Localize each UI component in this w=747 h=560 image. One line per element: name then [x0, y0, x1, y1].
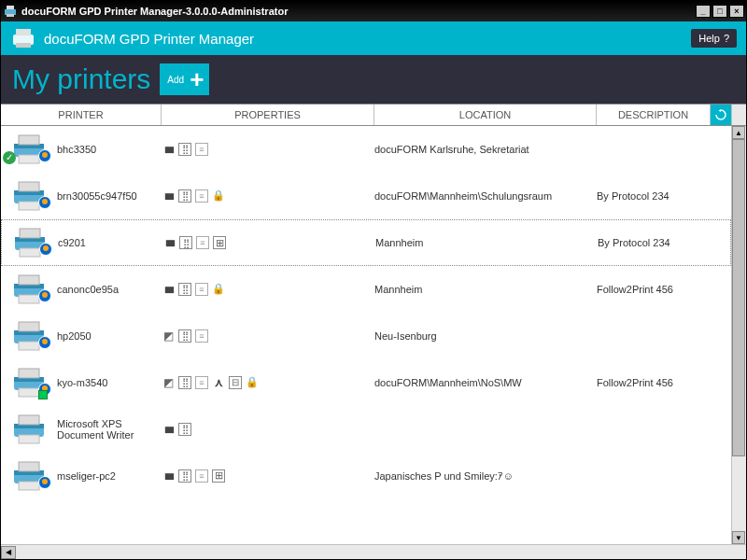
printer-row[interactable]: Microsoft XPS Document Writer [1, 406, 731, 453]
printer-name: Microsoft XPS Document Writer [57, 418, 162, 441]
printer-name: c9201 [58, 237, 162, 248]
description-cell: Follow2Print 456 [597, 377, 731, 388]
svg-rect-20 [19, 275, 39, 285]
description-cell: By Protocol 234 [597, 190, 731, 202]
svg-rect-9 [19, 155, 39, 163]
doc-icon [195, 283, 208, 296]
location-cell: docuFORM Karlsruhe, Sekretariat [374, 144, 597, 155]
status-badge [38, 289, 51, 302]
properties-cell [162, 423, 374, 436]
location-cell: Japanisches P und Smiley:ｱ☺ [374, 470, 597, 482]
green-badge [38, 390, 48, 399]
doc-icon [195, 376, 208, 389]
printer-icon [1, 459, 57, 493]
svg-rect-16 [20, 229, 40, 238]
panel-icon [178, 283, 191, 296]
col-printer[interactable]: PRINTER [1, 105, 162, 125]
col-description[interactable]: DESCRIPTION [597, 105, 711, 125]
scroll-up-button[interactable]: ▲ [732, 126, 745, 139]
scroll-thumb[interactable] [732, 139, 745, 456]
list-area: ✓bhc3350docuFORM Karlsruhe, Sekretariatb… [1, 126, 746, 559]
printer-row[interactable]: hp2050Neu-Isenburg [1, 313, 731, 359]
app-window: docuFORM GPD Printer Manager-3.0.0.0-Adm… [0, 0, 747, 560]
add-label: Add [167, 75, 184, 85]
help-button[interactable]: Help ? [691, 29, 737, 48]
printer-icon [1, 366, 57, 399]
location-cell: docuFORM\Mannheim\NoS\MW [374, 377, 597, 388]
refresh-button[interactable] [711, 105, 731, 125]
panel-icon [178, 469, 191, 483]
tri-icon [162, 329, 175, 343]
status-badge [38, 336, 51, 349]
subheader: My printers Add + [1, 55, 746, 104]
svg-rect-32 [19, 415, 39, 425]
printer-icon [1, 179, 57, 213]
properties-cell [162, 189, 374, 203]
help-label: Help [698, 33, 720, 44]
printer-icon [1, 319, 57, 353]
lock-icon [212, 189, 225, 203]
svg-rect-28 [19, 369, 39, 378]
app-header: docuFORM GPD Printer Manager Help ? [1, 21, 746, 55]
svg-rect-8 [19, 135, 39, 145]
horizontal-scrollbar[interactable]: ◀ [1, 544, 746, 559]
doc-icon [195, 469, 208, 483]
panel-icon [178, 143, 191, 156]
help-icon: ? [724, 33, 729, 44]
scroll-down-button[interactable]: ▼ [732, 531, 745, 544]
lock-icon [212, 283, 225, 296]
printer-row[interactable]: brn30055c947f50docuFORM\Mannheim\Schulun… [1, 173, 731, 219]
svg-rect-24 [19, 322, 39, 331]
printer-row[interactable]: c9201MannheimBy Protocol 234 [1, 219, 731, 266]
panel-icon [178, 376, 191, 389]
svg-rect-37 [19, 482, 39, 490]
svg-rect-17 [20, 248, 40, 257]
printer-row[interactable]: canonc0e95aMannheimFollow2Print 456 [1, 266, 731, 313]
properties-cell [162, 469, 374, 483]
panel-icon [178, 329, 191, 343]
svg-rect-29 [19, 388, 39, 397]
person-icon [212, 376, 225, 389]
printer-row[interactable]: ✓bhc3350docuFORM Karlsruhe, Sekretariat [1, 126, 731, 173]
printer-row[interactable]: mseliger-pc2Japanisches P und Smiley:ｱ☺ [1, 453, 731, 499]
panel-icon [179, 236, 192, 249]
printer-icon [2, 226, 58, 259]
description-cell: Follow2Print 456 [597, 284, 731, 295]
doc-icon [195, 329, 208, 343]
close-button[interactable]: × [729, 5, 744, 18]
printer-icon [1, 413, 57, 446]
minimize-button[interactable]: _ [696, 5, 711, 18]
panel-icon [178, 423, 191, 436]
printer-row[interactable]: kyo-m3540docuFORM\Mannheim\NoS\MWFollow2… [1, 359, 731, 406]
bars-icon [162, 469, 175, 483]
printer-list: ✓bhc3350docuFORM Karlsruhe, Sekretariatb… [1, 126, 731, 544]
printer-name: mseliger-pc2 [57, 470, 162, 482]
printer-icon [1, 273, 57, 306]
col-properties[interactable]: PROPERTIES [162, 105, 374, 125]
bars-icon [162, 283, 175, 296]
titlebar: docuFORM GPD Printer Manager-3.0.0.0-Adm… [1, 1, 746, 21]
bars-icon [162, 189, 175, 203]
app-name: docuFORM GPD Printer Manager [44, 31, 691, 47]
svg-rect-12 [19, 182, 39, 191]
properties-cell [162, 329, 374, 343]
svg-rect-4 [16, 29, 31, 35]
plus-icon: + [190, 67, 204, 91]
scroll-left-button[interactable]: ◀ [1, 546, 16, 559]
bars-icon [162, 143, 175, 156]
location-cell: Neu-Isenburg [374, 330, 597, 342]
col-location[interactable]: LOCATION [374, 105, 597, 125]
maximize-button[interactable]: □ [712, 5, 727, 18]
logo-icon [10, 25, 36, 51]
building-icon [229, 376, 242, 389]
add-button[interactable]: Add + [160, 63, 209, 95]
printer-name: brn30055c947f50 [57, 190, 162, 202]
printer-name: hp2050 [57, 330, 162, 342]
properties-cell [162, 236, 375, 249]
svg-rect-36 [19, 462, 39, 471]
doc-icon [196, 236, 209, 249]
column-headers: PRINTER PROPERTIES LOCATION DESCRIPTION [1, 104, 746, 126]
svg-rect-1 [7, 6, 14, 9]
tri-icon [162, 376, 175, 389]
doc-icon [195, 143, 208, 156]
